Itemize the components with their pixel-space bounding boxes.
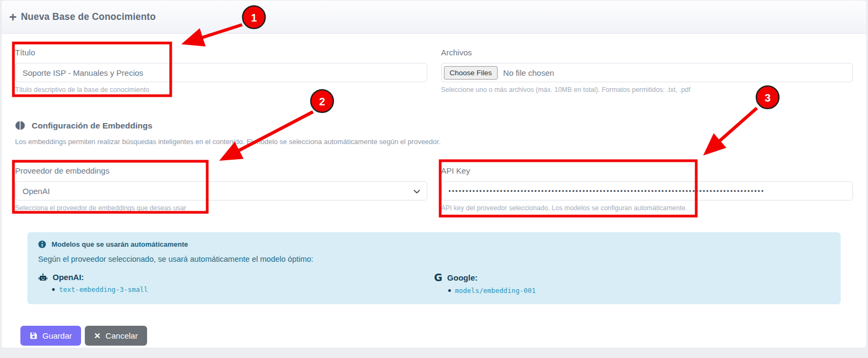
page-title: Nueva Base de Conocimiento [21, 11, 156, 23]
choose-files-button[interactable]: Choose Files [444, 66, 498, 80]
google-model-name: models/embedding-001 [455, 287, 536, 295]
api-key-helper: API key del proveedor seleccionado. Los … [441, 204, 854, 212]
proveedor-selected-value: OpenAI [23, 187, 50, 196]
provider-google: G Google: models/embedding-001 [434, 273, 830, 295]
titulo-input[interactable]: Soporte ISP - Manuales y Precios [15, 63, 427, 82]
info-icon [38, 240, 46, 248]
proveedor-label: Proveedor de embeddings [15, 166, 427, 175]
close-icon: ✕ [94, 331, 101, 341]
bullet-dot [448, 289, 451, 292]
archivos-file-input[interactable]: Choose Files No file chosen [441, 63, 854, 82]
field-archivos: Archivos Choose Files No file chosen Sel… [441, 48, 854, 94]
provider-openai-name: OpenAI: [53, 273, 84, 282]
cancel-button[interactable]: ✕ Cancelar [85, 326, 147, 346]
titulo-label: Título [15, 48, 427, 57]
archivos-helper: Seleccione uno o más archivos (máx. 10MB… [441, 86, 854, 94]
new-knowledge-base-card: + Nueva Base de Conocimiento Título Sopo… [1, 0, 867, 348]
robot-icon [38, 273, 48, 282]
field-titulo: Título Soporte ISP - Manuales y Precios … [15, 48, 427, 94]
plus-icon: + [9, 11, 17, 24]
split-circle-icon [15, 120, 25, 131]
provider-openai: OpenAI: text-embedding-3-small [38, 273, 434, 295]
api-key-input[interactable]: ••••••••••••••••••••••••••••••••••••••••… [441, 181, 854, 201]
google-icon: G [434, 273, 443, 283]
cancel-button-label: Cancelar [106, 331, 138, 340]
proveedor-helper: Selecciona el proveedor de embeddings qu… [15, 204, 427, 212]
section-title: Configuración de Embeddings [32, 121, 152, 131]
api-key-masked-value: ••••••••••••••••••••••••••••••••••••••••… [449, 187, 846, 195]
alert-title: Modelos que se usarán automáticamente [52, 240, 188, 248]
section-description: Los embeddings permiten realizar búsqued… [15, 138, 853, 146]
alert-subtitle: Según el proveedor seleccionado, se usar… [38, 255, 830, 263]
provider-google-name: Google: [447, 273, 478, 282]
file-status-text: No file chosen [503, 68, 554, 77]
embeddings-section: Configuración de Embeddings Los embeddin… [15, 120, 853, 146]
openai-model-name: text-embedding-3-small [59, 285, 148, 293]
models-info-alert: Modelos que se usarán automáticamente Se… [27, 232, 841, 304]
proveedor-select[interactable]: OpenAI [15, 181, 427, 201]
field-proveedor: Proveedor de embeddings OpenAI Seleccion… [15, 166, 427, 212]
bullet-dot [52, 288, 55, 291]
chevron-down-icon [413, 188, 420, 197]
titulo-input-value: Soporte ISP - Manuales y Precios [23, 68, 143, 77]
save-button[interactable]: Guardar [20, 326, 81, 346]
card-header: + Nueva Base de Conocimiento [2, 1, 866, 34]
field-api-key: API Key ••••••••••••••••••••••••••••••••… [441, 166, 854, 212]
save-icon [30, 332, 38, 340]
titulo-helper: Título descriptivo de la base de conocim… [15, 86, 427, 94]
save-button-label: Guardar [42, 331, 72, 340]
archivos-label: Archivos [441, 48, 854, 57]
api-key-label: API Key [441, 166, 854, 175]
